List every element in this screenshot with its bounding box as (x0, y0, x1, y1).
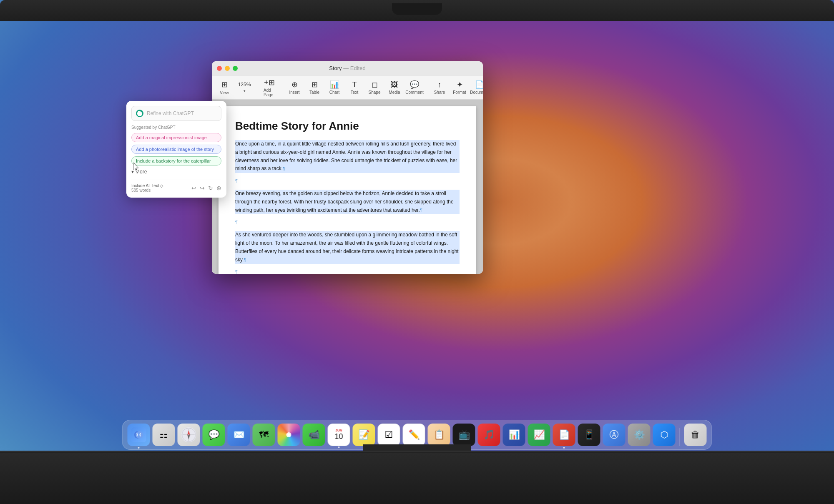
close-button[interactable] (217, 66, 222, 71)
pilcrow-1: ¶ (235, 177, 460, 186)
chatgpt-placeholder: Refine with ChatGPT (147, 110, 194, 116)
dock-item-photos[interactable] (278, 424, 300, 446)
minimize-button[interactable] (225, 66, 230, 71)
dock-item-maps[interactable]: 🗺 (253, 424, 275, 446)
dock-item-music[interactable]: 🎵 (478, 424, 500, 446)
dock-item-launchpad[interactable]: ⚏ (153, 424, 175, 446)
dock-item-calendar[interactable]: JUN 10 (328, 424, 350, 446)
comment-icon: 💬 (410, 80, 419, 89)
suggestion-chip-1[interactable]: Add a magical impressionist image (131, 133, 221, 142)
dock-item-trash[interactable]: 🗑 (684, 424, 707, 446)
chart-label: Chart (329, 90, 339, 95)
table-button[interactable]: ⊞ Table (305, 77, 324, 98)
dock-item-freeform2[interactable]: 📋 (428, 424, 450, 446)
window-title: Story — Edited (329, 65, 365, 71)
shape-button[interactable]: ◻ Shape (365, 77, 384, 98)
share-label: Share (434, 90, 445, 95)
dock-item-pages[interactable]: 📄 (553, 424, 575, 446)
suggestion-chip-3[interactable]: Include a backstory for the caterpillar (131, 156, 221, 165)
edited-label: — Edited (343, 65, 365, 71)
dock-item-appletv[interactable]: 📺 (453, 424, 475, 446)
dock-item-accessibility[interactable]: ⬡ (653, 424, 676, 446)
text-label: Text (351, 90, 358, 95)
dock-item-finder[interactable] (128, 424, 150, 446)
window-controls (217, 66, 238, 71)
pilcrow-2: ¶ (235, 218, 460, 227)
dock-item-facetime[interactable]: 📹 (303, 424, 325, 446)
dock-item-appstore[interactable]: Ⓐ (603, 424, 626, 446)
text-button[interactable]: T Text (345, 77, 364, 98)
shape-label: Shape (369, 90, 381, 95)
add-page-button[interactable]: +⊞ Add Page (260, 77, 279, 98)
suggested-label: Suggested by ChatGPT (131, 125, 221, 130)
dock-item-mail[interactable]: ✉️ (228, 424, 250, 446)
paragraph-2: One breezy evening, as the golden sun di… (235, 190, 460, 214)
dock-item-settings[interactable]: ⚙️ (628, 424, 651, 446)
refresh-button[interactable]: ↻ (208, 185, 213, 191)
share-icon: ↑ (438, 80, 442, 89)
chevron-down-icon: ▾ (131, 169, 134, 175)
more-label: More (136, 169, 147, 175)
maximize-button[interactable] (233, 66, 238, 71)
panel-footer: Include All Text ◇ 585 words ↩ ↪ ↻ ⊕ (131, 180, 221, 193)
media-button[interactable]: 🖼 Media (385, 77, 404, 98)
more-button[interactable]: ▾ More (131, 168, 221, 176)
document-label: Document (470, 90, 483, 95)
comment-label: Comment (405, 90, 423, 95)
media-label: Media (389, 90, 400, 95)
laptop-bezel-bottom (0, 452, 834, 504)
dock-item-messages[interactable]: 💬 (203, 424, 225, 446)
dock-separator (680, 428, 680, 446)
paragraph-3: As she ventured deeper into the woods, s… (235, 231, 460, 264)
laptop-bezel-top (0, 0, 834, 21)
format-label: Format (453, 90, 466, 95)
format-button[interactable]: ✦ Format (450, 77, 469, 98)
dock-item-numbers[interactable]: 📈 (528, 424, 550, 446)
laptop-hinge (0, 451, 834, 453)
add-page-icon: +⊞ (264, 78, 275, 87)
chatgpt-panel: Refine with ChatGPT Suggested by ChatGPT… (126, 101, 226, 198)
svg-point-2 (136, 431, 143, 439)
paragraph-1: Once upon a time, in a quaint little vil… (235, 140, 460, 173)
redo-button[interactable]: ↪ (200, 185, 205, 191)
add-page-label: Add Page (264, 88, 275, 97)
view-button[interactable]: ⊞ View (215, 77, 234, 98)
document-button[interactable]: 📄 Document (470, 77, 483, 98)
pages-toolbar: ⊞ View 125% ▾ +⊞ Add Page ⊕ Insert ⊞ Tab… (212, 75, 483, 100)
suggestion-chip-2[interactable]: Add a photorealistic image of the story (131, 145, 221, 154)
document-area[interactable]: Bedtime Story for Annie Once upon a time… (212, 100, 483, 274)
dock-item-freeform[interactable]: ✏️ (403, 424, 425, 446)
table-icon: ⊞ (311, 80, 318, 89)
dock-item-iphone[interactable]: 📱 (578, 424, 600, 446)
word-count: 585 words (131, 188, 163, 193)
format-icon: ✦ (457, 80, 463, 89)
undo-button[interactable]: ↩ (191, 185, 196, 191)
dock-item-keynote[interactable]: 📊 (503, 424, 525, 446)
include-all-text[interactable]: Include All Text ◇ (131, 183, 163, 188)
text-icon: T (352, 80, 357, 89)
shape-icon: ◻ (372, 80, 378, 89)
add-button[interactable]: ⊕ (216, 185, 221, 191)
zoom-chevron: ▾ (244, 89, 246, 93)
screen: Story — Edited ⊞ View 125% ▾ +⊞ Add Page… (62, 22, 772, 454)
chart-button[interactable]: 📊 Chart (325, 77, 344, 98)
svg-point-10 (288, 434, 290, 436)
document-title: Bedtime Story for Annie (235, 120, 460, 133)
chart-icon: 📊 (330, 80, 339, 89)
chatgpt-logo (136, 110, 143, 117)
dock-item-notes[interactable]: 📝 (353, 424, 375, 446)
insert-icon: ⊕ (291, 80, 298, 89)
camera-notch (392, 3, 442, 15)
comment-button[interactable]: 💬 Comment (405, 77, 424, 98)
chatgpt-input-container[interactable]: Refine with ChatGPT (131, 106, 221, 121)
table-label: Table (309, 90, 319, 95)
zoom-level: 125% (238, 82, 251, 88)
share-button[interactable]: ↑ Share (430, 77, 449, 98)
insert-button[interactable]: ⊕ Insert (285, 77, 304, 98)
zoom-button[interactable]: 125% ▾ (235, 77, 254, 98)
panel-actions: ↩ ↪ ↻ ⊕ (191, 185, 221, 191)
view-icon: ⊞ (221, 80, 228, 89)
dock-item-safari[interactable] (178, 424, 200, 446)
window-titlebar: Story — Edited (212, 61, 483, 75)
dock-item-reminders[interactable]: ☑ (378, 424, 400, 446)
